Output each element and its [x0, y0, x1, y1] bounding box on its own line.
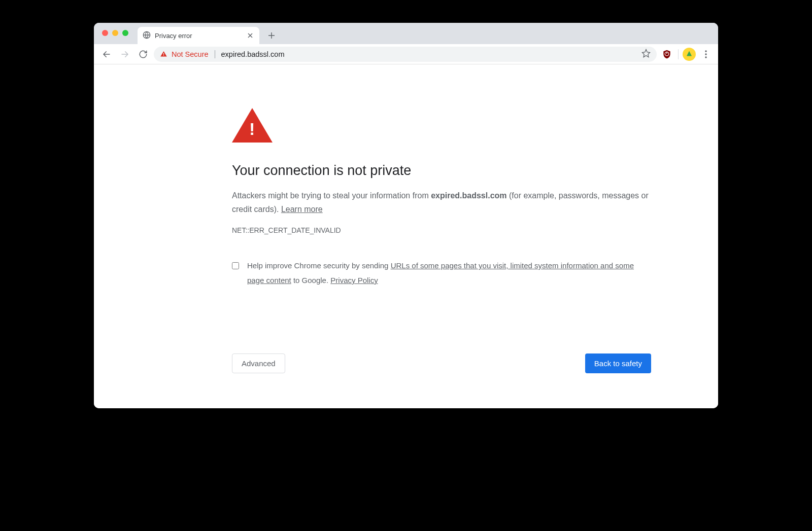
reporting-checkbox[interactable]: [232, 261, 239, 270]
svg-rect-1: [163, 53, 164, 55]
error-headline: Your connection is not private: [232, 163, 651, 179]
profile-avatar[interactable]: [683, 48, 696, 61]
browser-menu-button[interactable]: [699, 47, 713, 61]
error-code: NET::ERR_CERT_DATE_INVALID: [232, 226, 651, 234]
privacy-policy-link[interactable]: Privacy Policy: [330, 276, 378, 285]
body-domain: expired.badssl.com: [431, 191, 506, 200]
forward-button[interactable]: [117, 47, 132, 62]
large-warning-triangle-icon: [232, 108, 273, 143]
warning-triangle-icon: [160, 50, 167, 58]
svg-rect-4: [666, 52, 667, 54]
back-button[interactable]: [99, 47, 114, 62]
close-window-button[interactable]: [102, 30, 108, 36]
minimize-window-button[interactable]: [112, 30, 118, 36]
learn-more-link[interactable]: Learn more: [281, 205, 323, 214]
button-row: Advanced Back to safety: [232, 353, 651, 373]
avatar-glyph-icon: [687, 51, 692, 56]
ublock-extension-icon[interactable]: [660, 47, 674, 61]
svg-rect-2: [163, 55, 164, 56]
window-controls: [102, 30, 128, 36]
close-tab-button[interactable]: [246, 31, 254, 40]
url-text: expired.badssl.com: [221, 50, 285, 58]
toolbar-separator: [678, 49, 679, 59]
security-status-label: Not Secure: [172, 50, 209, 58]
optin-prefix: Help improve Chrome security by sending: [247, 261, 391, 270]
reload-button[interactable]: [136, 47, 151, 62]
reporting-opt-in: Help improve Chrome security by sending …: [232, 259, 651, 288]
back-to-safety-button[interactable]: Back to safety: [585, 353, 651, 373]
svg-point-6: [705, 53, 706, 55]
globe-icon: [143, 31, 151, 41]
error-body-text: Attackers might be trying to steal your …: [232, 189, 651, 216]
toolbar: Not Secure expired.badssl.com: [94, 44, 718, 64]
maximize-window-button[interactable]: [122, 30, 128, 36]
ssl-error-interstitial: Your connection is not private Attackers…: [232, 108, 651, 373]
optin-mid: to Google.: [291, 276, 331, 285]
svg-point-7: [705, 56, 706, 58]
svg-point-5: [705, 50, 706, 52]
browser-tab[interactable]: Privacy error: [138, 27, 259, 44]
address-bar[interactable]: Not Secure expired.badssl.com: [154, 47, 657, 62]
new-tab-button[interactable]: [264, 28, 279, 43]
omnibox-divider: [215, 50, 215, 58]
tab-title: Privacy error: [155, 32, 192, 40]
browser-window: Privacy error Not Secure expired.badssl.…: [94, 23, 718, 408]
bookmark-star-icon[interactable]: [641, 49, 651, 59]
page-content: Your connection is not private Attackers…: [94, 64, 718, 408]
reporting-text: Help improve Chrome security by sending …: [247, 259, 651, 288]
body-prefix: Attackers might be trying to steal your …: [232, 191, 431, 200]
advanced-button[interactable]: Advanced: [232, 353, 285, 373]
tab-strip: Privacy error: [94, 23, 718, 44]
